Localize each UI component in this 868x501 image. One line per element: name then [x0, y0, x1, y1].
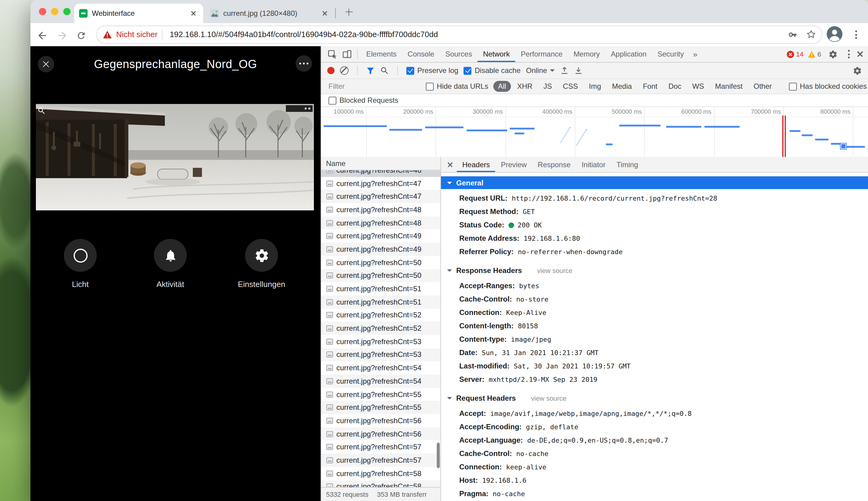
url-text[interactable]: 192.168.1.10/#/504f94a01b4f/control/1690… [170, 30, 767, 39]
blocked-cookies-checkbox[interactable]: Has blocked cookies [789, 82, 867, 90]
devtools-tab-console[interactable]: Console [402, 46, 440, 62]
request-row[interactable]: current.jpg?refreshCnt=52 [321, 309, 441, 322]
password-key-icon[interactable] [788, 30, 797, 42]
device-toolbar-icon[interactable] [339, 47, 354, 61]
throttling-dropdown[interactable]: Online [526, 66, 555, 75]
filter-pill-img[interactable]: Img [584, 81, 606, 92]
request-row[interactable]: current.jpg?refreshCnt=53 [321, 348, 441, 361]
devtools-tab-security[interactable]: Security [652, 46, 689, 62]
security-label[interactable]: Nicht sicher [116, 30, 158, 39]
details-tab-initiator[interactable]: Initiator [576, 157, 611, 172]
tab-close-icon[interactable] [189, 9, 198, 18]
filter-pill-other[interactable]: Other [749, 81, 777, 92]
close-window-button[interactable] [39, 8, 46, 15]
devtools-tab-network[interactable]: Network [477, 46, 515, 62]
search-icon[interactable] [380, 66, 389, 75]
filter-pill-js[interactable]: JS [539, 81, 557, 92]
forward-button[interactable] [55, 28, 69, 43]
request-row[interactable]: current.jpg?refreshCnt=51 [321, 296, 441, 309]
devtools-tab-memory[interactable]: Memory [568, 46, 605, 62]
devtools-menu-icon[interactable] [844, 47, 853, 61]
overview-drag-handle[interactable] [840, 143, 846, 149]
devtools-tab-sources[interactable]: Sources [440, 46, 477, 62]
error-badge[interactable]: 14 [786, 50, 804, 58]
app-close-button[interactable] [38, 56, 54, 72]
table-scrollbar-thumb[interactable] [437, 443, 440, 468]
address-bar[interactable]: Nicht sicher 192.168.1.10/#/504f94a01b4f… [96, 25, 822, 44]
camera-snapshot[interactable] [36, 104, 314, 210]
inspect-element-icon[interactable] [325, 47, 339, 61]
request-row[interactable]: current.jpg?refreshCnt=50 [321, 256, 441, 269]
tab-webinterface[interactable]: Webinterface [74, 4, 203, 23]
settings-button[interactable] [245, 239, 278, 272]
filter-input[interactable] [327, 82, 421, 91]
request-row[interactable]: current.jpg?refreshCnt=54 [321, 361, 441, 374]
request-row[interactable]: current.jpg?refreshCnt=49 [321, 230, 441, 243]
request-row[interactable]: current.jpg?refreshCnt=51 [321, 282, 441, 295]
request-row[interactable]: current.jpg?refreshCnt=56 [321, 414, 441, 427]
new-tab-button[interactable] [343, 6, 354, 18]
preserve-log-checkbox[interactable]: Preserve log [406, 66, 458, 75]
details-tab-preview[interactable]: Preview [496, 157, 532, 172]
filter-pill-font[interactable]: Font [638, 81, 663, 92]
general-section-header[interactable]: General [441, 176, 868, 189]
devtools-tab-performance[interactable]: Performance [515, 46, 568, 62]
back-button[interactable] [35, 28, 49, 43]
request-row[interactable]: current.jpg?refreshCnt=49 [321, 243, 441, 256]
devtools-close-icon[interactable] [857, 51, 863, 57]
name-column-header[interactable]: Name [321, 157, 441, 170]
request-row[interactable]: current.jpg?refreshCnt=58 [321, 467, 441, 480]
response-headers-section-header[interactable]: Response Headers view source [447, 266, 868, 275]
filter-pill-media[interactable]: Media [607, 81, 637, 92]
disable-cache-checkbox[interactable]: Disable cache [464, 66, 521, 75]
zoom-window-button[interactable] [63, 8, 71, 15]
devtools-tab-elements[interactable]: Elements [361, 46, 402, 62]
filter-pill-all[interactable]: All [493, 81, 511, 92]
request-row[interactable]: current.jpg?refreshCnt=57 [321, 440, 441, 454]
details-tab-response[interactable]: Response [532, 157, 576, 172]
import-har-icon[interactable] [561, 66, 569, 75]
request-row[interactable]: current.jpg?refreshCnt=47 [321, 190, 441, 203]
hide-data-urls-checkbox[interactable]: Hide data URLs [426, 82, 488, 90]
reload-button[interactable] [74, 28, 88, 43]
request-row[interactable]: current.jpg?refreshCnt=54 [321, 374, 441, 387]
browser-menu-icon[interactable] [851, 28, 860, 41]
devtools-settings-icon[interactable] [825, 47, 840, 61]
profile-avatar[interactable] [827, 26, 843, 42]
more-tabs-chevron[interactable]: » [689, 50, 701, 59]
request-row[interactable]: current.jpg?refreshCnt=47 [321, 177, 441, 190]
request-row[interactable]: current.jpg?refreshCnt=53 [321, 335, 441, 348]
request-headers-section-header[interactable]: Request Headers view source [447, 394, 868, 403]
request-row[interactable]: current.jpg?refreshCnt=58 [321, 480, 441, 487]
request-row[interactable]: current.jpg?refreshCnt=50 [321, 269, 441, 282]
details-tab-timing[interactable]: Timing [611, 157, 644, 172]
request-row[interactable]: current.jpg?refreshCnt=56 [321, 427, 441, 440]
view-source-link[interactable]: view source [531, 395, 566, 402]
request-row[interactable]: current.jpg?refreshCnt=55 [321, 387, 441, 401]
details-close-icon[interactable] [443, 158, 457, 171]
filter-pill-doc[interactable]: Doc [664, 81, 686, 92]
request-row[interactable]: current.jpg?refreshCnt=55 [321, 401, 441, 414]
request-row[interactable]: current.jpg?refreshCnt=57 [321, 454, 441, 467]
request-row[interactable]: current.jpg?refreshCnt=46 [321, 170, 441, 177]
record-icon[interactable] [327, 67, 335, 74]
request-row[interactable]: current.jpg?refreshCnt=52 [321, 322, 441, 335]
activity-button[interactable] [154, 239, 187, 272]
app-menu-button[interactable] [296, 55, 312, 72]
request-row[interactable]: current.jpg?refreshCnt=48 [321, 203, 441, 216]
filter-pill-css[interactable]: CSS [558, 81, 583, 92]
network-settings-icon[interactable] [853, 66, 868, 75]
minimize-window-button[interactable] [51, 8, 59, 15]
tab-close-icon[interactable] [320, 9, 330, 18]
request-row[interactable]: current.jpg?refreshCnt=48 [321, 216, 441, 230]
bookmark-star-icon[interactable] [806, 29, 816, 42]
filter-pill-ws[interactable]: WS [687, 81, 709, 92]
filter-pill-manifest[interactable]: Manifest [710, 81, 748, 92]
view-source-link[interactable]: view source [537, 267, 572, 274]
filter-pill-xhr[interactable]: XHR [512, 81, 537, 92]
details-tab-headers[interactable]: Headers [457, 157, 496, 172]
devtools-tab-application[interactable]: Application [605, 46, 652, 62]
clear-icon[interactable] [340, 66, 349, 75]
light-button[interactable] [64, 239, 97, 272]
network-overview[interactable]: 100000 ms200000 ms300000 ms400000 ms5000… [321, 107, 868, 158]
